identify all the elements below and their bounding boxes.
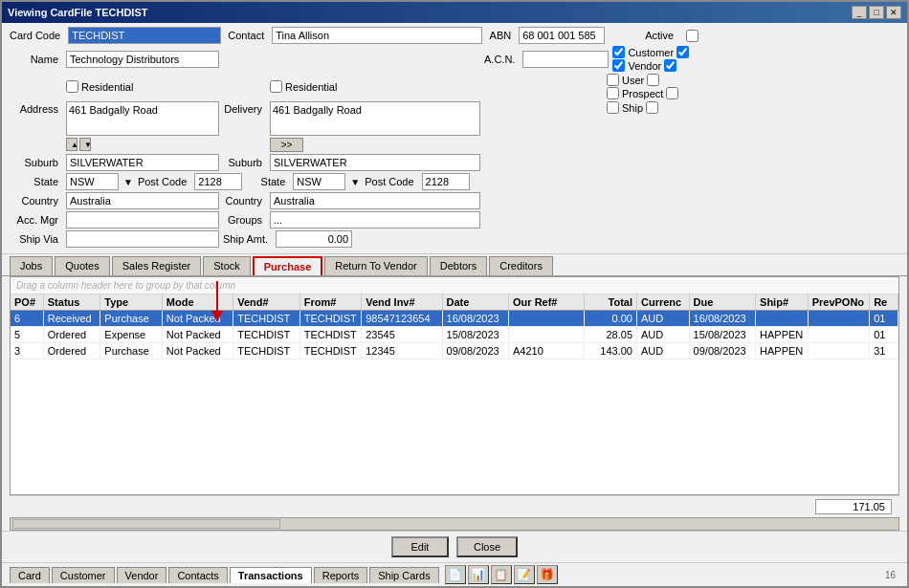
cell-vend: TECHDIST <box>233 327 299 342</box>
col-re[interactable]: Re <box>870 294 898 310</box>
suburb-input[interactable] <box>66 154 219 171</box>
user-checkbox[interactable] <box>607 74 619 86</box>
close-button-main[interactable]: Close <box>456 536 518 557</box>
col-total[interactable]: Total <box>585 294 637 310</box>
acn-label: A.C.N. <box>484 54 519 65</box>
ship-amt-input[interactable] <box>276 230 352 248</box>
bottom-tab-customer[interactable]: Customer <box>52 567 115 583</box>
abn-label: ABN <box>486 30 515 41</box>
name-input[interactable] <box>66 51 219 68</box>
country2-input[interactable] <box>270 192 480 209</box>
cell-po: 6 <box>11 311 44 326</box>
add-record-btn[interactable]: 📊 <box>468 565 489 584</box>
acc-mgr-input[interactable] <box>66 211 219 229</box>
tab-quotes[interactable]: Quotes <box>55 256 109 275</box>
col-status[interactable]: Status <box>44 294 101 310</box>
bottom-tab-vendor[interactable]: Vendor <box>117 567 167 583</box>
cell-total: 28.05 <box>585 327 637 342</box>
suburb2-label: Suburb <box>223 157 266 168</box>
bottom-tab-reports[interactable]: Reports <box>314 567 368 583</box>
scroll-down-btn[interactable]: ▼ <box>79 138 91 151</box>
bottom-tabs: Card Customer Vendor Contacts Transactio… <box>2 562 907 586</box>
cell-vend: TECHDIST <box>233 311 299 326</box>
post-code2-label: Post Code <box>365 176 417 187</box>
acn-input[interactable] <box>522 51 609 68</box>
user-active-checkbox[interactable] <box>647 74 659 86</box>
col-due[interactable]: Due <box>690 294 756 310</box>
tab-sales-register[interactable]: Sales Register <box>112 256 202 275</box>
groups-input[interactable] <box>270 211 480 229</box>
scroll-up-btn[interactable]: ▲ <box>66 138 78 151</box>
col-vend-inv[interactable]: Vend Inv# <box>362 294 442 310</box>
residential1-checkbox[interactable] <box>66 80 78 93</box>
vendor-active-checkbox[interactable] <box>664 59 676 72</box>
bottom-tab-ship-cards[interactable]: Ship Cards <box>369 567 438 583</box>
ship-via-input[interactable] <box>66 230 219 248</box>
card-code-input[interactable] <box>68 27 221 44</box>
list-btn[interactable]: 📝 <box>514 565 535 584</box>
col-vend[interactable]: Vend# <box>233 294 299 310</box>
cell-due: 15/08/2023 <box>690 327 756 342</box>
cell-vend: TECHDIST <box>233 343 299 359</box>
table-row[interactable]: 6 Received Purchase Not Packed TECHDIST … <box>11 311 898 327</box>
contact-input[interactable] <box>272 27 482 44</box>
col-currency[interactable]: Currenc <box>637 294 690 310</box>
col-mode[interactable]: Mode <box>163 294 233 310</box>
abn-input[interactable] <box>519 27 605 44</box>
post-code-input[interactable] <box>194 173 242 190</box>
table-row[interactable]: 5 Ordered Expense Not Packed TECHDIST TE… <box>11 327 898 343</box>
vendor-checkbox[interactable] <box>612 59 625 72</box>
table-row[interactable]: 3 Ordered Purchase Not Packed TECHDIST T… <box>11 343 898 359</box>
suburb2-input[interactable] <box>270 154 480 171</box>
ship-label: Ship <box>622 102 643 114</box>
tab-purchase[interactable]: Purchase <box>253 256 323 275</box>
edit-button[interactable]: Edit <box>391 536 449 557</box>
bottom-tab-transactions[interactable]: Transactions <box>230 567 312 583</box>
grid-body: 6 Received Purchase Not Packed TECHDIST … <box>11 311 898 494</box>
tab-debtors[interactable]: Debtors <box>430 256 488 275</box>
minimize-button[interactable]: _ <box>852 6 867 19</box>
address-input[interactable]: 461 Badgally Road <box>66 101 219 136</box>
col-prev-po[interactable]: PrevPONo <box>809 294 871 310</box>
col-date[interactable]: Date <box>443 294 509 310</box>
cell-currency: AUD <box>637 311 690 326</box>
user-label: User <box>622 75 644 86</box>
delivery-input[interactable]: 461 Badgally Road <box>270 101 480 136</box>
state-input[interactable] <box>66 173 119 190</box>
tab-stock[interactable]: Stock <box>203 256 251 275</box>
col-from[interactable]: From# <box>300 294 363 310</box>
close-button[interactable]: ✕ <box>886 6 901 19</box>
ship-checkbox[interactable] <box>607 101 619 114</box>
copy-btn[interactable]: 📋 <box>491 565 512 584</box>
tab-creditors[interactable]: Creditors <box>489 256 553 275</box>
col-our-ref[interactable]: Our Ref# <box>509 294 585 310</box>
col-po[interactable]: PO# <box>11 294 44 310</box>
horizontal-scrollbar[interactable] <box>10 517 899 531</box>
cell-po: 5 <box>11 327 44 342</box>
prospect-active-checkbox[interactable] <box>666 87 678 99</box>
extra-btn[interactable]: 🎁 <box>537 565 558 584</box>
post-code2-input[interactable] <box>422 173 470 190</box>
residential2-checkbox[interactable] <box>270 80 282 93</box>
cell-mode: Not Packed <box>163 327 233 342</box>
copy-address-btn[interactable]: >> <box>270 138 303 152</box>
contact-label: Contact <box>225 30 268 41</box>
state2-input[interactable] <box>293 173 345 190</box>
bottom-tab-card[interactable]: Card <box>10 567 50 583</box>
prospect-checkbox[interactable] <box>607 87 619 99</box>
maximize-button[interactable]: □ <box>869 6 884 19</box>
ship-active-checkbox[interactable] <box>646 101 658 114</box>
page-icon-btn[interactable]: 📄 <box>445 565 466 584</box>
customer-checkbox[interactable] <box>612 46 625 58</box>
address-label: Address <box>10 101 62 115</box>
country-input[interactable] <box>66 192 219 209</box>
bottom-tab-contacts[interactable]: Contacts <box>168 567 227 583</box>
col-type[interactable]: Type <box>100 294 163 310</box>
active-checkbox[interactable] <box>686 30 698 42</box>
customer-label: Customer <box>628 47 674 58</box>
tab-return-to-vendor[interactable]: Return To Vendor <box>324 256 427 275</box>
cell-vend-inv: 23545 <box>362 327 442 342</box>
col-ship[interactable]: Ship# <box>756 294 809 310</box>
customer-active-checkbox[interactable] <box>676 46 689 58</box>
tab-jobs[interactable]: Jobs <box>10 256 53 275</box>
